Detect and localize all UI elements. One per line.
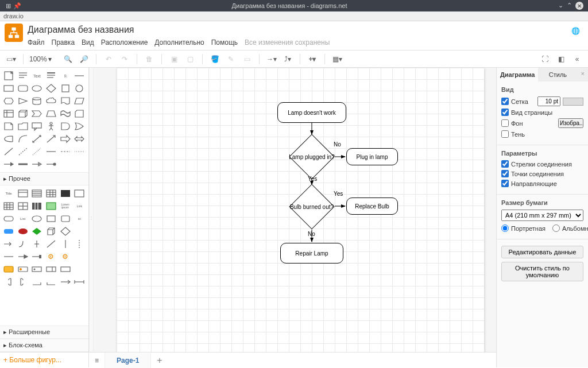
menu-extras[interactable]: Дополнительно bbox=[154, 38, 204, 47]
shape-link[interactable]: ⎘ bbox=[59, 70, 72, 82]
shape-biarrow[interactable] bbox=[30, 133, 43, 145]
maximize-icon[interactable]: ⌃ bbox=[567, 2, 572, 10]
shape-ar6[interactable] bbox=[73, 238, 86, 250]
shape-red[interactable] bbox=[17, 226, 29, 237]
canvas-area[interactable]: Lamp doesn't work Lamp plugged in? Plug … bbox=[94, 68, 496, 367]
section-other[interactable]: ▸ Прочее bbox=[0, 172, 88, 185]
landscape-radio[interactable] bbox=[552, 224, 560, 232]
pin-icon[interactable]: 📌 bbox=[14, 2, 21, 9]
guides-checkbox[interactable] bbox=[501, 180, 509, 187]
menu-view[interactable]: Вид bbox=[82, 38, 94, 47]
shape-hexagon[interactable] bbox=[2, 95, 15, 107]
node-repair[interactable]: Repair Lamp bbox=[280, 243, 343, 264]
shape-text[interactable]: Text bbox=[30, 70, 43, 82]
shape-gear1[interactable]: ⚙ bbox=[45, 251, 57, 262]
insert-icon[interactable]: +▾ bbox=[306, 53, 319, 65]
shape-parallelogram[interactable] bbox=[73, 95, 86, 107]
shape-box3d[interactable] bbox=[45, 226, 57, 237]
shape-b6[interactable] bbox=[73, 276, 86, 288]
collapse-icon[interactable]: « bbox=[571, 53, 583, 65]
section-advanced[interactable]: ▸ Расширенные bbox=[0, 326, 88, 339]
shape-w2[interactable] bbox=[17, 264, 29, 275]
line-color-icon[interactable]: ✎ bbox=[225, 53, 237, 65]
node-plugin[interactable]: Plug in lamp bbox=[346, 148, 398, 165]
shape-tbl4[interactable] bbox=[45, 200, 57, 212]
shape-b3[interactable] bbox=[30, 276, 43, 288]
to-front-icon[interactable]: ▣ bbox=[168, 53, 180, 65]
page-tab-add-icon[interactable]: + bbox=[151, 353, 168, 368]
grid-size-input[interactable] bbox=[537, 96, 560, 106]
shape-table2[interactable] bbox=[2, 108, 15, 119]
shape-w5[interactable] bbox=[59, 264, 72, 275]
grid-checkbox[interactable] bbox=[501, 98, 509, 105]
conn-arrows-checkbox[interactable] bbox=[501, 160, 509, 168]
view-mode-button[interactable]: ▭▾ bbox=[5, 53, 17, 65]
shape-b2[interactable] bbox=[17, 276, 29, 288]
menu-edit[interactable]: Правка bbox=[52, 38, 75, 47]
table-icon[interactable]: ▦▾ bbox=[331, 53, 343, 65]
shape-c1[interactable] bbox=[2, 251, 15, 262]
shadow-checkbox[interactable] bbox=[501, 130, 509, 138]
shape-datastore[interactable] bbox=[2, 133, 15, 145]
portrait-radio[interactable] bbox=[501, 224, 509, 232]
shape-r6[interactable]: txt bbox=[73, 213, 86, 224]
page-view-checkbox[interactable] bbox=[501, 109, 509, 116]
node-burned[interactable]: Bulb burned out? bbox=[289, 184, 335, 230]
shape-document[interactable] bbox=[59, 95, 72, 107]
shape-conn1[interactable] bbox=[2, 158, 15, 170]
shape-x2[interactable] bbox=[73, 251, 86, 262]
close-icon[interactable]: ✕ bbox=[575, 2, 583, 10]
shape-block-biarrow[interactable] bbox=[73, 133, 86, 145]
shape-conn4[interactable] bbox=[45, 158, 57, 170]
shape-green[interactable] bbox=[30, 226, 43, 237]
shape-line-h2[interactable] bbox=[59, 146, 72, 157]
shape-grid3[interactable] bbox=[59, 188, 72, 199]
shape-grid4[interactable] bbox=[73, 188, 86, 199]
connection-icon[interactable]: →▾ bbox=[265, 53, 278, 65]
zoom-in-icon[interactable]: 🔍 bbox=[61, 53, 74, 65]
menu-file[interactable]: Файл bbox=[28, 38, 45, 47]
shape-w1[interactable] bbox=[2, 264, 15, 275]
shape-card[interactable] bbox=[73, 108, 86, 119]
document-title[interactable]: Диаграмма без названия bbox=[28, 24, 568, 36]
node-replace[interactable]: Replace Bulb bbox=[346, 197, 398, 215]
background-checkbox[interactable] bbox=[501, 119, 509, 127]
shape-list2[interactable] bbox=[17, 188, 29, 199]
shadow-icon[interactable]: ▭ bbox=[241, 53, 253, 65]
shape-r2[interactable]: List bbox=[17, 213, 29, 224]
shape-x[interactable] bbox=[73, 226, 86, 237]
shape-grid2[interactable] bbox=[45, 188, 57, 199]
shape-folder[interactable] bbox=[17, 121, 29, 132]
minimize-icon[interactable]: ⌄ bbox=[558, 2, 563, 10]
shape-ar1[interactable] bbox=[2, 238, 15, 250]
delete-icon[interactable]: 🗑 bbox=[143, 53, 156, 65]
edge-label-yes-2[interactable]: Yes bbox=[334, 191, 343, 197]
background-change-button[interactable]: Изобра... bbox=[558, 118, 583, 128]
shape-blue[interactable] bbox=[2, 226, 15, 237]
shape-ar3[interactable] bbox=[30, 238, 43, 250]
shapes-sidebar[interactable]: Text ⎘ bbox=[0, 68, 89, 367]
shape-list3[interactable] bbox=[30, 188, 43, 199]
app-menu-icon[interactable]: ⊞ bbox=[5, 2, 11, 9]
shape-curve[interactable] bbox=[17, 133, 29, 145]
zoom-select[interactable]: 100% ▾ bbox=[29, 55, 58, 63]
shape-lorem[interactable]: Loremipsum bbox=[59, 200, 72, 212]
shape-dashed[interactable] bbox=[17, 146, 29, 157]
page-tabs-menu-icon[interactable]: ≡ bbox=[89, 352, 105, 367]
shape-c2[interactable] bbox=[17, 251, 29, 262]
menu-arrange[interactable]: Расположение bbox=[101, 38, 148, 47]
shape-gear2[interactable]: ⚙ bbox=[59, 251, 72, 262]
fill-color-icon[interactable]: 🪣 bbox=[208, 53, 221, 65]
more-shapes-button[interactable]: + Больше фигур... bbox=[0, 352, 88, 367]
shape-pill[interactable] bbox=[2, 213, 15, 224]
node-start[interactable]: Lamp doesn't work bbox=[277, 102, 346, 123]
shape-rounded[interactable] bbox=[17, 83, 29, 94]
shape-rect[interactable] bbox=[2, 83, 15, 94]
shape-note[interactable] bbox=[2, 121, 15, 132]
shape-line-h[interactable] bbox=[45, 146, 57, 157]
shape-w4[interactable] bbox=[45, 264, 57, 275]
shape-diamond2[interactable] bbox=[59, 226, 72, 237]
splitter-left[interactable]: ⋮ bbox=[89, 68, 94, 367]
shape-conn2[interactable] bbox=[17, 158, 29, 170]
shape-conn3[interactable] bbox=[30, 158, 43, 170]
